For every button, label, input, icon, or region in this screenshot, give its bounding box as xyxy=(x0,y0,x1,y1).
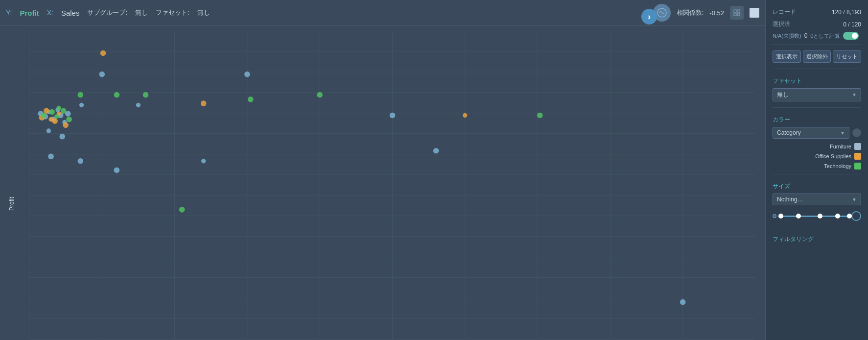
subgroup-label: サブグループ: xyxy=(87,8,127,17)
scatter-plot: 800 600 400 200 0 -200 -400 -600 -800 -1… xyxy=(29,31,755,340)
svg-rect-3 xyxy=(734,13,736,16)
svg-point-92 xyxy=(248,97,254,102)
chart-area: Y: Profit X: Sales サブグループ: 無し ファセット: 無し … xyxy=(0,0,765,340)
svg-rect-2 xyxy=(737,10,740,12)
svg-point-84 xyxy=(136,103,141,107)
svg-point-86 xyxy=(48,154,54,160)
svg-point-76 xyxy=(61,108,67,114)
legend-furniture: Furniture xyxy=(773,143,861,150)
svg-rect-4 xyxy=(737,13,740,16)
divider-2 xyxy=(773,69,861,69)
na-calc-label: 0として計算 xyxy=(810,32,840,40)
record-row: レコード 120 / 8,193 xyxy=(773,6,861,18)
divider-4 xyxy=(773,174,861,174)
svg-point-95 xyxy=(680,299,686,305)
facet-section-title: ファセット xyxy=(773,77,861,85)
svg-point-78 xyxy=(57,106,61,110)
facet-dropdown-value: 無し xyxy=(777,91,789,99)
office-supplies-swatch xyxy=(854,153,861,160)
svg-point-71 xyxy=(63,122,69,128)
facet-label: ファセット: xyxy=(156,8,189,17)
chart-svg-container[interactable]: 800 600 400 200 0 -200 -400 -600 -800 -1… xyxy=(29,31,755,340)
size-dropdown-arrow: ▼ xyxy=(852,197,857,202)
chart-wrapper: Profit xyxy=(0,26,765,340)
svg-point-77 xyxy=(66,117,72,122)
svg-point-73 xyxy=(41,113,47,119)
svg-rect-1 xyxy=(734,10,736,12)
deselect-button[interactable]: 選択除外 xyxy=(803,50,831,63)
legend-technology: Technology xyxy=(773,163,861,170)
slider-dot-3 xyxy=(835,214,840,219)
slider-track xyxy=(778,216,849,217)
slider-dot-end xyxy=(847,214,852,219)
slider-dot-start xyxy=(778,214,783,219)
svg-point-74 xyxy=(49,109,55,115)
svg-point-75 xyxy=(54,114,59,119)
y-axis-label: Y: xyxy=(6,9,12,17)
correlation-value: -0.52 xyxy=(709,9,724,17)
slider-dot-1 xyxy=(796,214,801,219)
svg-point-81 xyxy=(77,92,83,98)
furniture-swatch xyxy=(854,143,861,150)
office-supplies-label: Office Supplies xyxy=(815,153,851,159)
color-dropdown[interactable]: Category ▼ xyxy=(773,127,849,139)
correlation-label: 相関係数: xyxy=(677,8,704,17)
toggle-knob xyxy=(852,33,858,39)
size-section-title: サイズ xyxy=(773,182,861,191)
svg-point-83 xyxy=(114,92,120,98)
show-selection-button[interactable]: 選択表示 xyxy=(773,50,801,63)
selected-value: 0 / 120 xyxy=(843,21,861,28)
size-dropdown[interactable]: Nothing… ▼ xyxy=(773,194,861,205)
record-label: レコード xyxy=(773,8,796,16)
svg-point-88 xyxy=(114,168,120,173)
color-swatch xyxy=(750,8,759,18)
svg-point-89 xyxy=(179,207,185,213)
svg-point-82 xyxy=(79,103,84,107)
size-circle-small xyxy=(773,214,776,218)
legend-office-supplies: Office Supplies xyxy=(773,153,861,160)
selected-label: 選択済 xyxy=(773,20,790,28)
facet-value: 無し xyxy=(197,8,210,17)
svg-point-72 xyxy=(48,117,53,121)
slider-dot-2 xyxy=(818,214,822,219)
selected-row: 選択済 0 / 120 xyxy=(773,18,861,30)
size-slider[interactable] xyxy=(773,211,861,221)
color-dropdown-arrow: ▼ xyxy=(840,130,845,136)
svg-point-79 xyxy=(100,50,106,56)
technology-label: Technology xyxy=(824,163,851,169)
na-row: N/A(欠損数) 0 0として計算 xyxy=(773,30,861,41)
reset-button[interactable]: リセット xyxy=(833,50,861,63)
size-circle-large xyxy=(851,211,861,221)
divider-3 xyxy=(773,107,861,108)
svg-point-93 xyxy=(201,100,207,106)
technology-swatch xyxy=(854,163,861,170)
filter-section-title: フィルタリング xyxy=(773,235,861,243)
svg-point-91 xyxy=(244,72,250,77)
y-axis-title: Profit xyxy=(8,197,15,211)
grid-icon[interactable] xyxy=(730,6,744,20)
expand-button[interactable]: › xyxy=(641,9,657,24)
svg-point-66 xyxy=(59,134,65,140)
right-panel: レコード 120 / 8,193 選択済 0 / 120 N/A(欠損数) 0 … xyxy=(765,0,868,340)
divider-5 xyxy=(773,227,861,227)
na-toggle[interactable] xyxy=(843,32,859,40)
color-section-title: カラー xyxy=(773,116,861,124)
svg-point-98 xyxy=(463,113,467,118)
svg-point-85 xyxy=(143,92,149,98)
correlation-section: 相関係数: -0.52 xyxy=(653,4,759,22)
svg-point-94 xyxy=(433,148,439,154)
record-value: 120 / 8,193 xyxy=(832,9,861,16)
svg-point-90 xyxy=(201,159,206,163)
x-axis-value: Sales xyxy=(61,9,80,17)
svg-point-96 xyxy=(317,92,323,98)
size-dropdown-value: Nothing… xyxy=(777,196,803,203)
facet-dropdown-arrow: ▼ xyxy=(852,92,857,97)
svg-point-80 xyxy=(99,72,105,77)
svg-point-87 xyxy=(77,158,83,164)
color-dropdown-value: Category xyxy=(777,129,801,136)
subgroup-value: 無し xyxy=(135,8,148,17)
na-value: 0 xyxy=(804,32,808,39)
svg-point-99 xyxy=(537,113,543,119)
color-options-button[interactable]: − xyxy=(852,128,861,137)
facet-dropdown[interactable]: 無し ▼ xyxy=(773,88,861,101)
